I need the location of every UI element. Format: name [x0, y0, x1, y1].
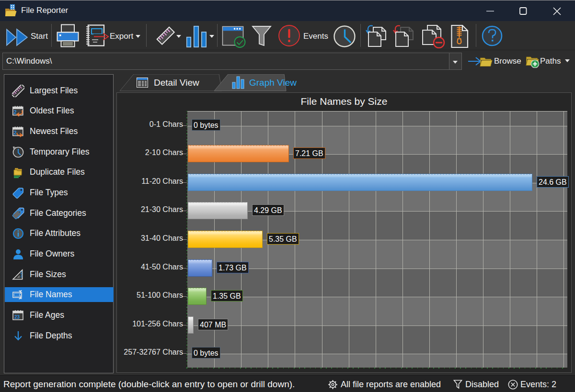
svg-text:23: 23 — [14, 314, 20, 320]
svg-text:2: 2 — [14, 130, 17, 135]
svg-text:2: 2 — [14, 109, 17, 115]
